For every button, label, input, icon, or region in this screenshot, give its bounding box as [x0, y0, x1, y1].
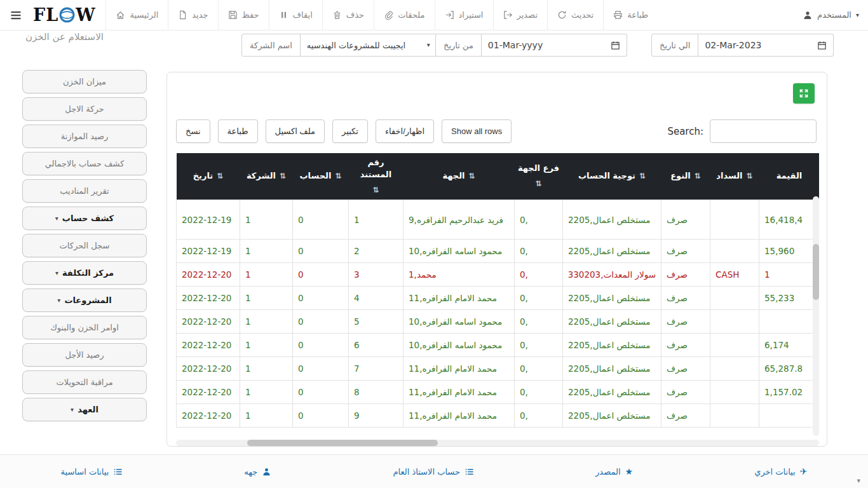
chevron-down-icon: ▾	[427, 42, 430, 48]
calendar-icon[interactable]	[817, 41, 827, 50]
vertical-scrollbar-thumb[interactable]	[813, 244, 819, 300]
sort-icon[interactable]: ⇅	[217, 171, 223, 182]
sort-icon[interactable]: ⇅	[335, 171, 341, 182]
column-header-account-routing[interactable]: توجية الحساب⇅	[563, 153, 661, 200]
column-header-account[interactable]: الحساب⇅	[293, 153, 349, 200]
print-button[interactable]: طباعة	[218, 119, 258, 143]
column-label: النوع	[670, 170, 691, 182]
column-header-type[interactable]: النوع⇅	[661, 153, 710, 200]
caret-down-icon[interactable]: ▾	[857, 477, 860, 485]
table-row[interactable]: 2022-12-20103محمد,10,سولار المعدات,33020…	[177, 263, 820, 287]
footer-link-basic-data[interactable]: بيانات اساسية	[61, 467, 123, 477]
sidebar-item-transfers-monitoring[interactable]: مراقبة التحويلات	[22, 370, 147, 394]
vertical-scrollbar[interactable]	[813, 196, 819, 436]
sidebar-item-treasury-balance[interactable]: ميزان الخزن	[22, 70, 147, 93]
table-row[interactable]: 2022-12-20107محمد الامام الفرافره,110,مس…	[177, 357, 820, 381]
sort-icon[interactable]: ⇅	[639, 171, 646, 182]
nav-stop[interactable]: ايقاف	[269, 0, 322, 30]
sidebar-item-term-balance[interactable]: رصيد الأجل	[22, 343, 147, 367]
nav-home[interactable]: الرئيسية	[105, 0, 168, 30]
horizontal-scrollbar-thumb[interactable]	[247, 440, 438, 446]
table-row[interactable]: 2022-12-20104محمد الامام الفرافره,110,مس…	[177, 287, 820, 310]
sort-icon[interactable]: ⇅	[372, 185, 379, 196]
footer-link-general-ledger[interactable]: حساب الاستاذ العام	[393, 467, 474, 477]
nav-stop-label: ايقاف	[293, 10, 313, 20]
sidebar-item-account-statement[interactable]: ▾كشف حساب	[22, 207, 147, 230]
column-header-doc-number[interactable]: رقم المستند⇅	[349, 153, 403, 200]
nav-export[interactable]: تصدير	[493, 0, 548, 30]
cell-value: 16,418,4	[759, 200, 820, 240]
sort-icon[interactable]: ⇅	[695, 171, 701, 182]
enlarge-button[interactable]: تكبير	[332, 119, 368, 143]
calendar-icon[interactable]	[611, 41, 620, 50]
cell-account-routing: مستخلص اعمال,2205	[563, 310, 661, 334]
nav-print[interactable]: طباعة	[603, 0, 658, 30]
sidebar-item-cost-center[interactable]: ▾مركز التكلفة	[22, 261, 147, 285]
show-all-rows-button[interactable]: Show all rows	[442, 119, 512, 143]
sidebar-item-budget-balance[interactable]: رصيد الموازنة	[22, 125, 147, 148]
sidebar: ميزان الخزن حركة الاجل رصيد الموازنة كشف…	[22, 70, 147, 425]
date-from-input[interactable]: 01-Mar-yyyy	[482, 34, 627, 57]
cell-value	[759, 404, 820, 428]
sort-icon[interactable]: ⇅	[469, 171, 475, 182]
copy-button[interactable]: نسخ	[176, 119, 210, 143]
sidebar-item-delegates-report[interactable]: تقرير المناديب	[22, 179, 147, 203]
table-row[interactable]: 2022-12-20108محمد الامام الفرافره,110,مس…	[177, 381, 820, 404]
table-row[interactable]: 2022-12-19102محمود اسامه الفرافره,100,مس…	[177, 240, 820, 263]
sidebar-item-custody[interactable]: ▾العهد	[22, 398, 147, 421]
column-header-value[interactable]: القيمة	[759, 153, 820, 200]
logo-text-w: W	[76, 5, 95, 25]
column-header-date[interactable]: تاريخ⇅	[177, 153, 240, 200]
user-menu[interactable]: المستخدم ▾	[794, 10, 868, 20]
nav-import[interactable]: استيراد	[435, 0, 493, 30]
cell-date: 2022-12-20	[177, 404, 240, 428]
column-header-entity-branch[interactable]: فرع الجهة⇅	[515, 153, 563, 200]
column-header-entity[interactable]: الجهة⇅	[403, 153, 515, 200]
table-row[interactable]: 2022-12-20109محمد الامام الفرافره,110,مس…	[177, 404, 820, 428]
nav-save[interactable]: حفظ	[218, 0, 269, 30]
footer-link-source[interactable]: المصدر ★	[595, 467, 633, 477]
company-select[interactable]: ايجيبت للمشروعات الهندسيه ▾	[301, 34, 437, 57]
cell-account: 0	[293, 381, 349, 404]
export-icon	[503, 10, 513, 20]
sidebar-item-projects[interactable]: ▾المشروعات	[22, 288, 147, 312]
horizontal-scrollbar[interactable]	[176, 440, 819, 446]
refresh-icon	[557, 10, 567, 20]
cell-company: 1	[240, 381, 293, 404]
search-input[interactable]	[710, 119, 817, 143]
footer-link-label: المصدر	[595, 467, 620, 477]
footer-link-entity[interactable]: جهه	[244, 467, 271, 477]
column-header-payment[interactable]: السداد⇅	[710, 153, 759, 200]
plane-icon: ✈	[800, 467, 808, 476]
column-header-company[interactable]: الشركة⇅	[240, 153, 293, 200]
nav-new-label: جديد	[192, 10, 208, 20]
fullscreen-button[interactable]	[793, 83, 815, 104]
table-row[interactable]: 2022-12-20105محمود اسامه الفرافره,100,مس…	[177, 310, 820, 334]
cell-entity: محمود اسامه الفرافره,10	[403, 334, 515, 357]
cell-payment	[710, 357, 759, 381]
cell-entity-branch: 0,	[515, 310, 563, 334]
nav-attachments[interactable]: ملحقات	[374, 0, 434, 30]
hamburger-menu-icon[interactable]	[0, 0, 32, 30]
sidebar-item-total-statement[interactable]: كشف حساب بالاجمالي	[22, 152, 147, 175]
cell-doc-number: 3	[349, 263, 403, 287]
nav-refresh[interactable]: تحديث	[547, 0, 603, 30]
table-row[interactable]: 2022-12-20106محمود اسامه الفرافره,100,مس…	[177, 334, 820, 357]
sort-icon[interactable]: ⇅	[747, 171, 753, 182]
cell-value: 65,287.8	[759, 357, 820, 381]
sort-icon[interactable]: ⇅	[280, 171, 286, 182]
nav-new[interactable]: جديد	[168, 0, 217, 30]
sort-icon[interactable]: ⇅	[535, 179, 541, 189]
user-menu-label: المستخدم	[817, 10, 851, 20]
excel-export-button[interactable]: ملف اكسيل	[266, 119, 325, 143]
nav-delete[interactable]: حذف	[322, 0, 374, 30]
cell-entity-branch: 0,	[515, 404, 563, 428]
show-hide-columns-button[interactable]: اظهار/اخفاء	[376, 119, 434, 143]
sidebar-item-movements-log[interactable]: سجل الحركات	[22, 234, 147, 257]
footer-link-other-data[interactable]: بيانات اخري ✈	[754, 467, 807, 477]
column-label: تاريخ	[193, 170, 214, 182]
date-to-input[interactable]: 02-Mar-2023	[698, 34, 834, 57]
sidebar-item-term-movement[interactable]: حركة الاجل	[22, 97, 147, 121]
table-row[interactable]: 2022-12-19101فريد عبدالرحيم الفرافره,90,…	[177, 200, 820, 240]
sidebar-item-treasury-bank-orders[interactable]: اوامر الخزن والبنوك	[22, 316, 147, 339]
